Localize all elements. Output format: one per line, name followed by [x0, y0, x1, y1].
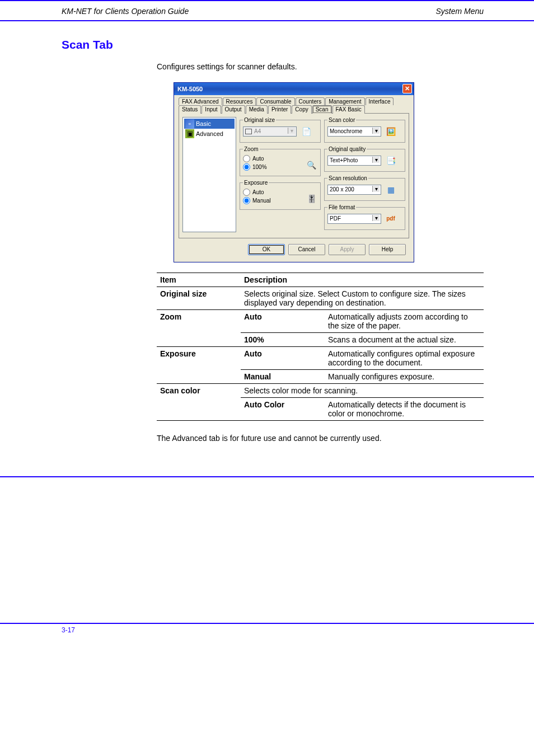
group-original-size: Original size A4 📄 [240, 117, 321, 143]
tab-interface[interactable]: Interface [366, 97, 394, 105]
legend-scan-resolution: Scan resolution [327, 175, 368, 181]
tab-scan[interactable]: Scan [312, 105, 332, 114]
tab-resources[interactable]: Resources [223, 97, 256, 105]
page-icon [245, 129, 252, 134]
tab-status[interactable]: Status [179, 105, 201, 114]
section-title: Scan Tab [62, 38, 484, 51]
tab-printer[interactable]: Printer [268, 105, 291, 114]
group-file-format: File format PDF pdf [324, 204, 405, 230]
row-exposure: Exposure Auto Automatically configures o… [157, 346, 484, 383]
exposure-manual-radio[interactable]: Manual [243, 196, 271, 205]
row-zoom: Zoom Auto Automatically adjusts zoom acc… [157, 309, 484, 346]
tab-strip-row1: FAX Advanced Resources Consumable Counte… [179, 97, 409, 105]
tree-item-advanced-label: Advanced [196, 130, 223, 137]
zoom-100-radio[interactable]: 100% [243, 163, 267, 171]
tab-consumable[interactable]: Consumable [256, 97, 294, 105]
tab-copy[interactable]: Copy [292, 105, 311, 114]
cancel-button[interactable]: Cancel [288, 244, 325, 255]
document-icon: ▫ [185, 119, 194, 128]
zoom-icon: 🔍 [305, 159, 317, 171]
group-scan-color: Scan color Monochrome 🖼️ [324, 117, 405, 143]
help-button[interactable]: Help [369, 244, 406, 255]
tab-counters[interactable]: Counters [296, 97, 325, 105]
tab-strip-row2: Status Input Output Media Printer Copy S… [179, 105, 409, 114]
printer-properties-dialog: KM-5050 ✕ FAX Advanced Resources Consuma… [174, 82, 414, 262]
pdf-icon: pdf [385, 213, 397, 225]
dialog-button-row: OK Cancel Apply Help [179, 238, 409, 257]
ok-button[interactable]: OK [248, 244, 285, 255]
tab-output[interactable]: Output [222, 105, 245, 114]
original-quality-select[interactable]: Text+Photo [327, 156, 381, 166]
original-size-value: A4 [254, 128, 261, 134]
group-exposure: Exposure Auto Manual 🎚️ [240, 180, 321, 210]
tab-management[interactable]: Management [325, 97, 364, 105]
legend-original-quality: Original quality [327, 146, 367, 152]
header-left: KM-NET for Clients Operation Guide [62, 7, 189, 16]
legend-file-format: File format [327, 204, 356, 210]
tab-media[interactable]: Media [246, 105, 268, 114]
group-scan-resolution: Scan resolution 200 x 200 ▦ [324, 175, 405, 201]
paper-size-icon: 📄 [300, 125, 312, 138]
row-scan-color: Scan color Selects color mode for scanni… [157, 383, 484, 420]
th-description: Description [241, 273, 484, 287]
apply-button: Apply [329, 244, 366, 255]
gear-icon: ▣ [185, 129, 194, 138]
tree-item-advanced[interactable]: ▣ Advanced [184, 129, 235, 139]
specification-table: Item Description Original size Selects o… [157, 273, 484, 421]
legend-exposure: Exposure [243, 180, 269, 186]
dialog-titlebar[interactable]: KM-5050 ✕ [174, 83, 414, 95]
resolution-icon: ▦ [385, 184, 397, 196]
footer-page: 3-17 [62, 626, 75, 634]
tab-input[interactable]: Input [202, 105, 221, 114]
tab-fax-basic[interactable]: FAX Basic [332, 105, 365, 114]
tree-item-basic-label: Basic [196, 120, 211, 127]
scan-color-select[interactable]: Monochrome [327, 126, 381, 137]
tree-pane[interactable]: ▫ Basic ▣ Advanced [182, 117, 236, 232]
note-paragraph: The Advanced tab is for future use and c… [157, 433, 484, 444]
header-right: System Menu [435, 7, 484, 16]
tab-panel-scan: ▫ Basic ▣ Advanced Original size [179, 113, 409, 238]
exposure-icon: 🎚️ [305, 192, 317, 205]
file-format-select[interactable]: PDF [327, 214, 381, 224]
group-original-quality: Original quality Text+Photo 📑 [324, 146, 405, 172]
zoom-auto-radio[interactable]: Auto [243, 154, 267, 163]
legend-scan-color: Scan color [327, 117, 356, 123]
quality-icon: 📑 [385, 154, 397, 167]
photo-icon: 🖼️ [385, 125, 397, 138]
close-icon[interactable]: ✕ [402, 84, 412, 93]
th-item: Item [157, 273, 241, 287]
legend-original-size: Original size [243, 117, 276, 123]
group-zoom: Zoom Auto 100% 🔍 [240, 146, 321, 176]
dialog-title: KM-5050 [177, 86, 203, 92]
original-size-select[interactable]: A4 [243, 126, 297, 137]
scan-resolution-select[interactable]: 200 x 200 [327, 185, 381, 195]
intro-paragraph: Configures settings for scanner defaults… [157, 62, 484, 72]
legend-zoom: Zoom [243, 146, 260, 152]
tab-fax-advanced[interactable]: FAX Advanced [179, 97, 222, 105]
tree-item-basic[interactable]: ▫ Basic [184, 119, 235, 129]
exposure-auto-radio[interactable]: Auto [243, 188, 271, 196]
row-original-size: Original size Selects original size. Sel… [157, 287, 484, 309]
